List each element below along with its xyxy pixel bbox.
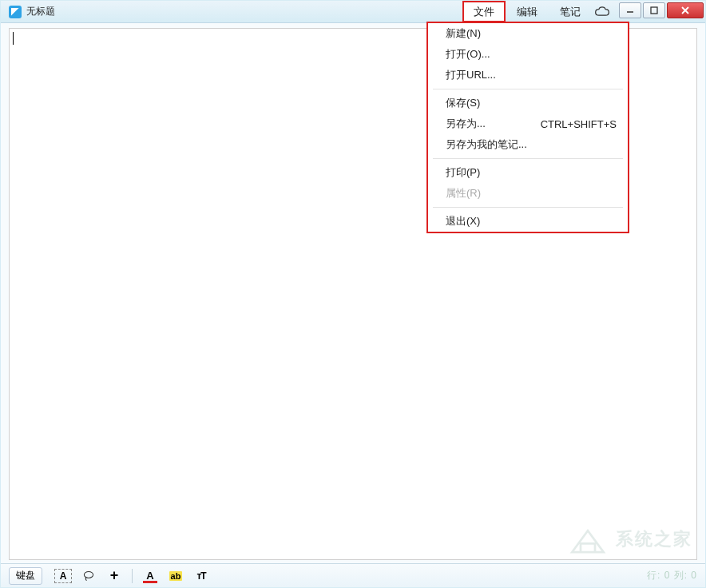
status-text: 行: 0 列: 0 xyxy=(647,569,697,582)
menu-file[interactable]: 文件 xyxy=(462,1,506,22)
keyboard-button[interactable]: 键盘 xyxy=(9,567,42,585)
menu-item-exit[interactable]: 退出(X) xyxy=(428,211,628,232)
lasso-tool-icon[interactable] xyxy=(79,567,98,585)
menu-notes[interactable]: 笔记 xyxy=(549,1,592,22)
app-window: 无标题 文件 编辑 笔记 新建(N) 打开(O)... 打开URL... 保存(… xyxy=(0,0,706,588)
minimize-button[interactable] xyxy=(619,2,641,18)
menu-item-new[interactable]: 新建(N) xyxy=(428,23,628,44)
cloud-icon[interactable] xyxy=(592,1,613,22)
svg-rect-1 xyxy=(651,7,657,14)
app-icon xyxy=(9,6,22,18)
bottom-toolbar: 键盘 A + A ab тT 行: 0 列: 0 xyxy=(1,563,705,587)
menu-item-save-as-note[interactable]: 另存为我的笔记... xyxy=(428,134,628,155)
close-button[interactable] xyxy=(667,2,704,18)
maximize-button[interactable] xyxy=(643,2,665,18)
svg-point-4 xyxy=(84,571,93,578)
menu-separator xyxy=(433,207,623,208)
title-bar: 无标题 文件 编辑 笔记 xyxy=(1,1,705,23)
menu-item-print[interactable]: 打印(P) xyxy=(428,162,628,183)
menu-item-save-as[interactable]: 另存为...CTRL+SHIFT+S xyxy=(428,113,628,134)
toolbar-separator xyxy=(132,569,133,583)
menu-separator xyxy=(433,158,623,159)
font-color-icon[interactable]: A xyxy=(141,567,160,585)
window-title: 无标题 xyxy=(26,5,55,18)
menu-item-properties: 属性(R) xyxy=(428,183,628,204)
text-caret xyxy=(13,32,14,45)
window-controls xyxy=(619,6,705,18)
menu-separator xyxy=(433,89,623,89)
text-select-tool-icon[interactable]: A xyxy=(54,567,73,585)
menu-item-save[interactable]: 保存(S) xyxy=(428,93,628,113)
file-menu-dropdown: 新建(N) 打开(O)... 打开URL... 保存(S) 另存为...CTRL… xyxy=(426,22,629,233)
menu-bar: 文件 编辑 笔记 xyxy=(462,1,613,22)
text-size-icon[interactable]: тT xyxy=(192,567,211,585)
shortcut-text: CTRL+SHIFT+S xyxy=(541,118,617,130)
menu-item-open[interactable]: 打开(O)... xyxy=(428,44,628,65)
highlight-icon[interactable]: ab xyxy=(166,567,185,585)
add-tool-icon[interactable]: + xyxy=(105,567,124,585)
menu-item-open-url[interactable]: 打开URL... xyxy=(428,65,628,85)
menu-edit[interactable]: 编辑 xyxy=(506,1,549,22)
